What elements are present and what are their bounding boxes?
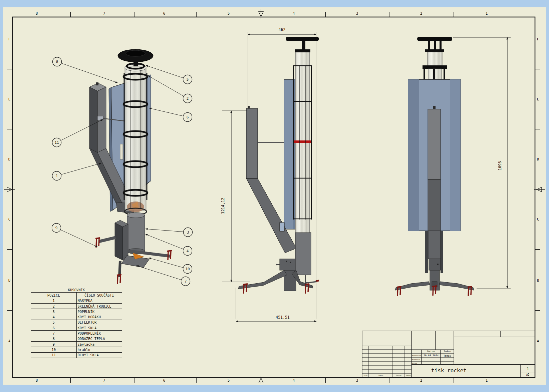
- titleblock-rev-datum: Datum: [393, 374, 405, 376]
- part-name: NÁSYPKA: [76, 298, 122, 303]
- zone-label: 3: [356, 378, 358, 383]
- balloon-label: 3: [187, 230, 189, 235]
- zone-label: E: [537, 97, 539, 101]
- zone-label: D: [537, 157, 539, 161]
- parts-list-row: 8ODRAŽEČ TEPLA: [31, 336, 122, 341]
- balloon-label: 4: [187, 249, 189, 253]
- part-position: 2: [31, 303, 77, 309]
- zone-label: 3: [356, 11, 358, 16]
- part-name: DEFLEKTOR: [76, 320, 122, 325]
- parts-list-row: 9závlačka: [31, 341, 122, 347]
- parts-list-row: 10hrablo: [31, 347, 122, 352]
- dim-top-width: 462: [270, 27, 294, 32]
- titleblock-rev-stav: Stav: [362, 374, 369, 376]
- leader-line: [148, 76, 188, 98]
- zone-label: 1: [486, 11, 488, 16]
- titleblock-sheet-number: 1: [521, 366, 535, 371]
- parts-list-col-pozice: POZICE: [31, 293, 77, 298]
- titleblock-rev-jmeno: Jméno: [405, 374, 411, 376]
- zone-label: 1: [486, 378, 488, 383]
- zone-label: 2: [420, 378, 423, 383]
- part-name: KRYT HOŘÁKU: [76, 314, 122, 320]
- leader-line: [57, 163, 101, 176]
- part-name: závlačka: [76, 341, 122, 347]
- zone-label: A: [8, 339, 11, 343]
- titleblock-jmeno-label: Jméno: [441, 350, 454, 353]
- zone-label: 5: [228, 11, 230, 16]
- titleblock-datum-label: Datum: [422, 350, 441, 353]
- zone-label: 6: [163, 378, 166, 383]
- parts-list-title: KUSOVNÍK: [31, 287, 122, 293]
- leader-line: [146, 234, 188, 251]
- part-position: 7: [31, 331, 77, 336]
- balloon-label: 5: [187, 77, 189, 82]
- part-position: 6: [31, 325, 77, 331]
- balloon-label: 11: [54, 140, 59, 145]
- part-kryt-horaku: [127, 213, 145, 254]
- parts-list-row: 1NÁSYPKA: [31, 298, 122, 303]
- part-position: 11: [31, 352, 77, 358]
- part-position: 9: [31, 341, 77, 347]
- part-name: SKLENĚNÁ TRUBICE: [76, 303, 122, 309]
- titleblock-kontrola-label: Kontrola: [412, 359, 422, 361]
- dim-overall-height: 1696: [498, 154, 502, 177]
- zone-label: A: [537, 339, 539, 343]
- part-position: 10: [31, 347, 77, 352]
- titleblock-drawing-title: tisk rocket: [431, 367, 518, 374]
- zone-label: 4: [293, 378, 295, 383]
- parts-list-row: 5DEFLEKTOR: [31, 320, 122, 325]
- balloon-label: 9: [55, 226, 58, 230]
- part-name: ODRAŽEČ TEPLA: [76, 336, 122, 341]
- parts-list-row: 11ÚCHYT SKLA: [31, 352, 122, 358]
- parts-list-row: 3POPELNÍK: [31, 309, 122, 314]
- part-position: 3: [31, 309, 77, 314]
- balloon-label: 1: [56, 174, 58, 178]
- zone-label: 7: [103, 11, 105, 16]
- zone-label: 4: [293, 11, 295, 16]
- zone-label: D: [8, 157, 11, 161]
- parts-list-col-cislo: ČÍSLO SOUČÁSTI: [76, 293, 122, 298]
- dim-bottom-width: 451,51: [271, 315, 294, 320]
- zone-label: 6: [163, 11, 166, 16]
- zone-label: 8: [36, 11, 38, 16]
- part-position: 8: [31, 336, 77, 341]
- balloon-label: 6: [187, 115, 189, 119]
- leader-line: [149, 108, 188, 117]
- zone-label: B: [537, 278, 539, 283]
- titleblock-norma-label: Norma: [412, 362, 422, 364]
- parts-list-row: 4KRYT HOŘÁKU: [31, 314, 122, 320]
- part-name: POPELNÍK: [76, 309, 122, 314]
- zone-label: C: [537, 217, 539, 222]
- view-rear: [395, 37, 511, 296]
- leader-line: [146, 229, 188, 232]
- part-position: 1: [31, 298, 77, 303]
- zone-label: 2: [420, 11, 423, 16]
- zone-label: C: [8, 217, 11, 222]
- dim-left-height: 1214,12: [221, 192, 225, 219]
- leader-line: [136, 266, 186, 281]
- titleblock-nakreslen-label: Nakreslen: [412, 355, 422, 357]
- zone-label: B: [8, 278, 11, 283]
- leader-line: [56, 228, 97, 247]
- zone-label: 5: [228, 378, 230, 383]
- part-sklenena-trubice: [124, 64, 147, 215]
- balloon-label: 8: [56, 60, 58, 64]
- balloon-label: 10: [185, 267, 190, 271]
- titleblock-drawn-date: 19.03.2024: [422, 354, 441, 357]
- part-position: 5: [31, 320, 77, 325]
- part-name: hrablo: [76, 347, 122, 352]
- balloon-label: 7: [185, 279, 187, 284]
- zone-label: F: [8, 37, 11, 41]
- parts-list-row: 7PODPOPELNÍK: [31, 331, 122, 336]
- titleblock-format: A2: [521, 373, 535, 376]
- drawing-sheet: 8526111934107: [0, 0, 549, 392]
- parts-list-row: 2SKLENĚNÁ TRUBICE: [31, 303, 122, 309]
- zone-label: E: [8, 97, 11, 101]
- view-side: [222, 32, 319, 321]
- view-isometric: [89, 49, 172, 284]
- parts-list-body: 1NÁSYPKA2SKLENĚNÁ TRUBICE3POPELNÍK4KRYT …: [31, 298, 122, 358]
- parts-list-table: KUSOVNÍK POZICE ČÍSLO SOUČÁSTI 1NÁSYPKA2…: [31, 287, 122, 358]
- part-name: ÚCHYT SKLA: [76, 352, 122, 358]
- part-name: PODPOPELNÍK: [76, 331, 122, 336]
- zone-label: 8: [36, 378, 38, 383]
